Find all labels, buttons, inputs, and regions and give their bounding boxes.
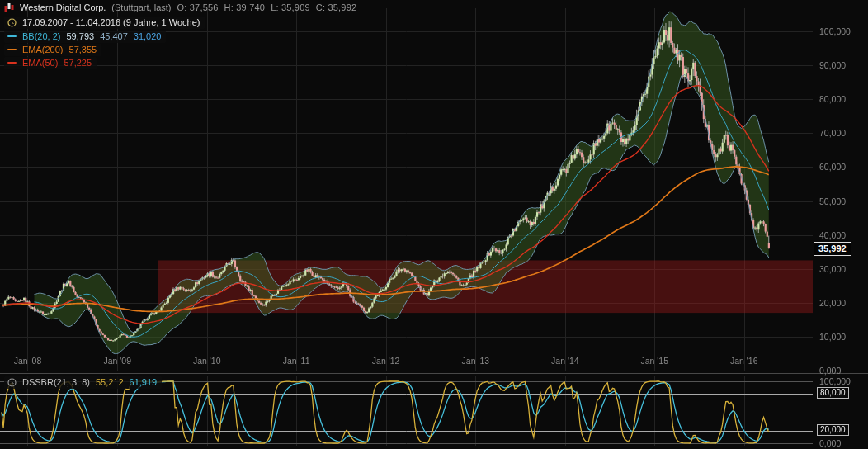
y-axis-tick: 10,000: [819, 332, 846, 342]
x-axis-tick: Jan '11: [278, 356, 314, 366]
indicator-value-2: 61,919: [130, 377, 158, 387]
ema200-line-swatch-icon: [7, 49, 17, 50]
y-axis-tick: 90,000: [819, 60, 846, 70]
bb-middle-value: 45,407: [100, 31, 128, 41]
bb-lower-value: 31,020: [134, 31, 162, 41]
instrument-subtitle: (Stuttgart, last): [111, 2, 171, 12]
y-axis-tick: 20,000: [819, 298, 846, 308]
indicator-y-tick: 0,000: [819, 438, 841, 448]
ema50-label: EMA(50): [22, 58, 58, 68]
ema200-value: 57,355: [69, 45, 97, 54]
date-range-label: 17.09.2007 - 11.04.2016 (9 Jahre, 1 Woch…: [22, 17, 200, 27]
last-price-marker: 35,992: [814, 242, 851, 256]
y-axis-tick: 50,000: [819, 196, 846, 206]
indicator-y-tick: 20,000: [817, 424, 849, 436]
bb-upper-value: 59,793: [66, 31, 94, 41]
ema50-value: 57,225: [64, 58, 92, 68]
x-axis-tick: Jan '15: [636, 356, 672, 366]
x-axis-tick: Jan '16: [726, 356, 762, 366]
instrument-header: Western Digital Corp. (Stuttgart, last) …: [4, 2, 356, 12]
y-axis-tick: 0,000: [819, 366, 841, 376]
indicator-label: DSSBR(21, 3, 8): [22, 377, 90, 387]
y-axis-tick: 40,000: [819, 230, 846, 240]
legend-ema200[interactable]: EMA(200) 57,355: [4, 44, 101, 56]
bb-label: BB(20, 2): [22, 31, 60, 41]
chart-window: Western Digital Corp. (Stuttgart, last) …: [0, 0, 868, 449]
x-axis-tick: Jan '09: [99, 356, 135, 366]
y-axis-tick: 30,000: [819, 264, 846, 274]
indicator-value-1: 55,212: [96, 377, 124, 387]
y-axis-tick: 60,000: [819, 162, 846, 172]
ema50-line-swatch-icon: [7, 62, 17, 64]
ema200-label: EMA(200): [22, 45, 64, 54]
x-axis-tick: Jan '08: [9, 356, 45, 366]
x-axis-tick: Jan '12: [368, 356, 404, 366]
indicator-y-tick: 80,000: [817, 387, 849, 399]
app-logo-icon: [4, 2, 14, 12]
instrument-title: Western Digital Corp.: [20, 2, 106, 12]
x-axis-tick: Jan '13: [457, 356, 493, 366]
indicator-header[interactable]: DSSBR(21, 3, 8) 55,212 61,919: [4, 376, 162, 389]
clock-icon: [7, 18, 17, 27]
date-range-chip: 17.09.2007 - 11.04.2016 (9 Jahre, 1 Woch…: [4, 17, 205, 29]
legend-bollinger[interactable]: BB(20, 2) 59,793 45,407 31,020: [4, 31, 166, 43]
x-axis-tick: Jan '10: [189, 356, 225, 366]
y-axis-tick: 80,000: [819, 94, 846, 104]
indicator-clock-icon: [7, 378, 17, 387]
close-value: C: 35,992: [316, 2, 357, 12]
x-axis-tick: Jan '14: [547, 356, 583, 366]
y-axis-tick: 100,000: [819, 26, 851, 36]
legend-ema50[interactable]: EMA(50) 57,225: [4, 57, 97, 69]
indicator-y-tick: 100,000: [819, 376, 851, 386]
high-value: H: 39,740: [224, 2, 266, 12]
low-value: L: 35,909: [271, 2, 310, 12]
bb-line-swatch-icon: [7, 35, 17, 37]
open-value: O: 37,556: [177, 2, 218, 12]
y-axis-tick: 70,000: [819, 128, 846, 138]
